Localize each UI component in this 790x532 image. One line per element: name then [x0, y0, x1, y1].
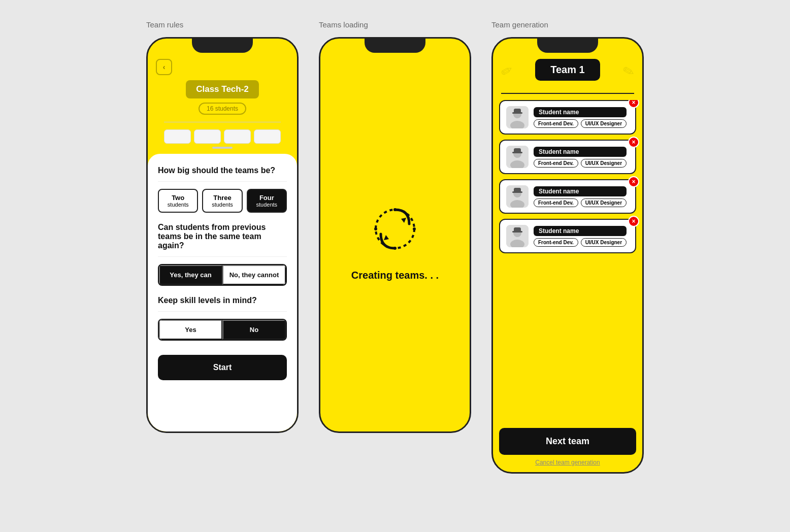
skill-tag: UI/UX Designer — [581, 119, 627, 128]
svg-point-1 — [393, 208, 397, 211]
skill-yes-btn[interactable]: Yes — [159, 320, 222, 340]
option-two-sub: students — [161, 202, 195, 208]
skill-tag: Front-end Dev. — [534, 238, 578, 247]
tab-row — [156, 129, 289, 144]
no-they-cannot-btn[interactable]: No, they cannot — [222, 265, 286, 285]
skill-tag: Front-end Dev. — [534, 119, 578, 128]
skill-tags: Front-end Dev.UI/UX Designer — [534, 238, 627, 247]
question1-title: How big should the teams be? — [158, 166, 287, 175]
student-name-tag: Student name — [534, 107, 627, 117]
svg-rect-19 — [514, 188, 521, 193]
creating-text: Creating teams. . . — [351, 270, 439, 281]
student-card: × Student nameFront-end Dev.UI/UX Design… — [499, 219, 636, 253]
skill-tags: Front-end Dev.UI/UX Designer — [534, 159, 627, 168]
question3-title: Keep skill levels in mind? — [158, 296, 287, 305]
team-size-options: Two students Three students Four student… — [158, 189, 287, 213]
screen3-top: ✏ Team 1 ✏ — [493, 53, 642, 87]
team-title: Team 1 — [535, 59, 600, 81]
skill-tag: UI/UX Designer — [581, 198, 627, 207]
remove-student-button[interactable]: × — [628, 176, 639, 187]
option-three-sub: students — [205, 202, 239, 208]
student-info: Student nameFront-end Dev.UI/UX Designer — [534, 186, 627, 207]
skill-tags: Front-end Dev.UI/UX Designer — [534, 119, 627, 128]
student-info: Student nameFront-end Dev.UI/UX Designer — [534, 226, 627, 247]
student-name-tag: Student name — [534, 147, 627, 157]
svg-point-4 — [374, 227, 377, 230]
screen3-divider — [501, 93, 634, 94]
divider — [164, 122, 281, 122]
skill-tag: Front-end Dev. — [534, 198, 578, 207]
class-title-button[interactable]: Class Tech-2 — [186, 80, 259, 98]
screen1-container: Team rules ‹ Class Tech-2 16 students Ho… — [146, 20, 299, 433]
loading-content: Creating teams. . . — [341, 53, 449, 431]
previous-team-toggle: Yes, they can No, they cannot — [158, 264, 287, 286]
screen3-bottom: Next team Cancel team generation — [493, 422, 642, 472]
screen2-phone: Creating teams. . . — [319, 37, 471, 433]
cancel-team-link[interactable]: Cancel team generation — [535, 459, 600, 466]
option-three-label: Three — [205, 194, 239, 202]
student-card: × Student nameFront-end Dev.UI/UX Design… — [499, 100, 636, 135]
student-name-tag: Student name — [534, 226, 627, 236]
student-avatar — [506, 146, 529, 168]
tab2[interactable] — [194, 129, 221, 144]
skill-levels-toggle: Yes No — [158, 319, 287, 341]
screen3-container: Team generation ✏ Team 1 ✏ × Student nam… — [491, 20, 644, 474]
screen3-phone: ✏ Team 1 ✏ × Student nameFront-end Dev.U… — [491, 37, 644, 474]
student-avatar — [506, 225, 529, 247]
screen2-container: Teams loading Creating teams. . . — [319, 20, 471, 433]
students-badge: 16 students — [199, 103, 246, 115]
option-three[interactable]: Three students — [202, 189, 242, 213]
notch — [192, 39, 253, 53]
scroll-indicator — [212, 147, 233, 149]
students-list: × Student nameFront-end Dev.UI/UX Design… — [493, 100, 642, 422]
svg-point-2 — [413, 227, 416, 230]
screen1-top: ‹ Class Tech-2 16 students — [148, 53, 297, 152]
student-avatar — [506, 106, 529, 128]
option-two-label: Two — [161, 194, 195, 202]
pencil-right-icon: ✏ — [619, 61, 637, 81]
option-four-sub: students — [250, 202, 284, 208]
rules-card: How big should the teams be? Two student… — [148, 154, 297, 431]
start-button[interactable]: Start — [158, 355, 287, 380]
remove-student-button[interactable]: × — [628, 100, 639, 108]
pencil-left-icon: ✏ — [498, 61, 516, 81]
notch3 — [537, 39, 598, 53]
notch2 — [365, 39, 425, 53]
yes-they-can-btn[interactable]: Yes, they can — [159, 265, 222, 285]
option-four-label: Four — [250, 194, 284, 202]
student-info: Student nameFront-end Dev.UI/UX Designer — [534, 147, 627, 168]
screen1-phone: ‹ Class Tech-2 16 students How big shoul… — [146, 37, 299, 433]
tab4[interactable] — [254, 129, 281, 144]
next-team-button[interactable]: Next team — [499, 428, 636, 455]
svg-rect-9 — [514, 109, 521, 114]
option-two[interactable]: Two students — [158, 189, 198, 213]
svg-rect-14 — [514, 148, 521, 153]
screen3-label: Team generation — [491, 20, 548, 29]
loading-icon — [370, 204, 420, 254]
remove-student-button[interactable]: × — [628, 137, 639, 148]
tab3[interactable] — [224, 129, 251, 144]
svg-rect-24 — [514, 227, 521, 232]
svg-point-3 — [393, 247, 397, 250]
student-info: Student nameFront-end Dev.UI/UX Designer — [534, 107, 627, 128]
skill-tag: UI/UX Designer — [581, 159, 627, 168]
back-button[interactable]: ‹ — [156, 59, 172, 75]
skill-no-btn[interactable]: No — [222, 320, 286, 340]
remove-student-button[interactable]: × — [628, 216, 639, 227]
option-four[interactable]: Four students — [247, 189, 287, 213]
skill-tag: UI/UX Designer — [581, 238, 627, 247]
student-card: × Student nameFront-end Dev.UI/UX Design… — [499, 179, 636, 214]
tab1[interactable] — [164, 129, 191, 144]
student-avatar — [506, 185, 529, 208]
student-card: × Student nameFront-end Dev.UI/UX Design… — [499, 140, 636, 174]
skill-tags: Front-end Dev.UI/UX Designer — [534, 198, 627, 207]
skill-tag: Front-end Dev. — [534, 159, 578, 168]
divider-thin3 — [158, 311, 287, 312]
divider-thin2 — [158, 256, 287, 257]
divider-thin1 — [158, 181, 287, 182]
student-name-tag: Student name — [534, 186, 627, 196]
screen2-label: Teams loading — [319, 20, 368, 29]
screen1-label: Team rules — [146, 20, 183, 29]
question2-title: Can students from previous teams be in t… — [158, 223, 287, 250]
